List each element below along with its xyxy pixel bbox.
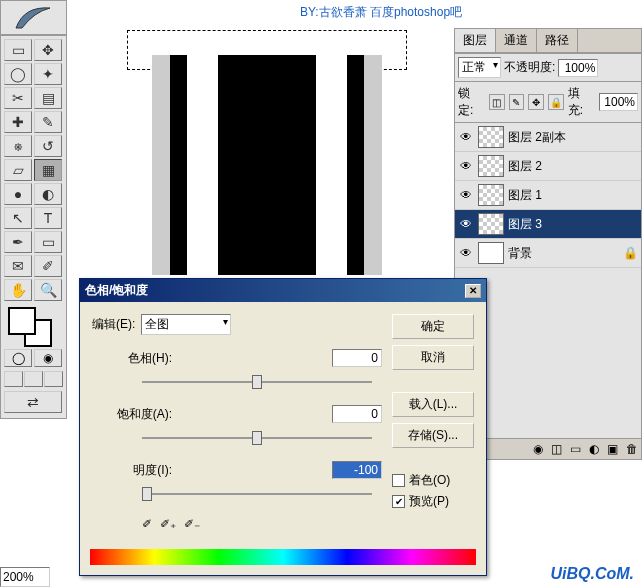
save-button[interactable]: 存储(S)... [392,423,474,448]
sat-label: 饱和度(A): [92,406,172,423]
eye-icon[interactable]: 👁 [458,187,474,203]
layer-thumb [478,126,504,148]
fg-color[interactable] [8,307,36,335]
notes-tool[interactable]: ✉ [4,255,32,277]
toolbox: ▭✥ ◯✦ ✂▤ ✚✎ ⎈↺ ▱▦ ●◐ ↖T ✒▭ ✉✐ ✋🔍 ◯◉ ⇄ [0,35,67,419]
mask-icon[interactable]: ◫ [551,442,562,456]
quickmask-mode[interactable]: ◉ [34,349,62,367]
color-swatch[interactable] [4,305,64,345]
layer-name: 图层 2副本 [508,129,566,146]
tab-layers[interactable]: 图层 [455,29,496,52]
preview-label: 预览(P) [409,493,449,510]
dialog-title: 色相/饱和度 [85,282,148,299]
crop-tool[interactable]: ✂ [4,87,32,109]
zoom-field[interactable]: 200% [0,567,50,587]
hand-tool[interactable]: ✋ [4,279,32,301]
sat-slider[interactable] [142,429,372,447]
move-tool[interactable]: ✥ [34,39,62,61]
eyedropper-add-icon[interactable]: ✐₊ [160,517,176,531]
light-slider[interactable] [142,485,372,503]
hue-label: 色相(H): [92,350,172,367]
lock-all-icon[interactable]: 🔒 [548,94,564,110]
watermark-text: BY:古欲香萧 百度photoshop吧 [300,4,462,21]
tab-paths[interactable]: 路径 [537,29,578,52]
edit-label: 编辑(E): [92,316,135,333]
wand-tool[interactable]: ✦ [34,63,62,85]
gradient-tool[interactable]: ▦ [34,159,62,181]
layer-item[interactable]: 👁图层 3 [455,210,641,239]
layer-name: 图层 1 [508,187,542,204]
screen-mode-1[interactable] [4,371,23,387]
heal-tool[interactable]: ✚ [4,111,32,133]
eye-icon[interactable]: 👁 [458,216,474,232]
eye-icon[interactable]: 👁 [458,245,474,261]
layer-item[interactable]: 👁图层 1 [455,181,641,210]
lasso-tool[interactable]: ◯ [4,63,32,85]
hue-saturation-dialog: 色相/饱和度 ✕ 编辑(E): 全图 色相(H):0 饱和度(A):0 明度(I… [79,278,487,576]
newlayer-icon[interactable]: ▣ [607,442,618,456]
opacity-label: 不透明度: [504,59,555,76]
eraser-tool[interactable]: ▱ [4,159,32,181]
layer-item[interactable]: 👁图层 2副本 [455,123,641,152]
trash-icon[interactable]: 🗑 [626,442,638,456]
layer-thumb [478,155,504,177]
screen-mode-2[interactable] [24,371,43,387]
load-button[interactable]: 载入(L)... [392,392,474,417]
screen-mode-3[interactable] [44,371,63,387]
pen-tool[interactable]: ✒ [4,231,32,253]
lock-pos-icon[interactable]: ✥ [528,94,544,110]
layer-thumb [478,242,504,264]
cancel-button[interactable]: 取消 [392,345,474,370]
eye-icon[interactable]: 👁 [458,129,474,145]
tab-channels[interactable]: 通道 [496,29,537,52]
app-logo [0,0,67,35]
close-button[interactable]: ✕ [465,284,481,298]
layer-item[interactable]: 👁背景🔒 [455,239,641,268]
eyedropper-sub-icon[interactable]: ✐₋ [184,517,200,531]
layer-name: 图层 2 [508,158,542,175]
hue-slider[interactable] [142,373,372,391]
layer-thumb [478,184,504,206]
lock-trans-icon[interactable]: ◫ [489,94,505,110]
preview-checkbox[interactable]: ✔ [392,495,405,508]
type-tool[interactable]: T [34,207,62,229]
blend-mode-select[interactable]: 正常 [458,57,501,78]
colorize-label: 着色(O) [409,472,450,489]
blur-tool[interactable]: ● [4,183,32,205]
lock-pixels-icon[interactable]: ✎ [509,94,525,110]
opacity-field[interactable]: 100% [558,59,598,77]
light-label: 明度(I): [92,462,172,479]
fill-label: 填充: [568,85,595,119]
layer-thumb [478,213,504,235]
jump-to-ir[interactable]: ⇄ [4,391,62,413]
colorize-checkbox[interactable] [392,474,405,487]
folder-icon[interactable]: ▭ [570,442,581,456]
canvas-artwork [152,55,382,275]
eyedropper-icon[interactable]: ✐ [142,517,152,531]
lock-icon: 🔒 [623,246,638,260]
shape-tool[interactable]: ▭ [34,231,62,253]
ok-button[interactable]: 确定 [392,314,474,339]
standard-mode[interactable]: ◯ [4,349,32,367]
path-tool[interactable]: ↖ [4,207,32,229]
eye-icon[interactable]: 👁 [458,158,474,174]
slice-tool[interactable]: ▤ [34,87,62,109]
edit-select[interactable]: 全图 [141,314,231,335]
marquee-tool[interactable]: ▭ [4,39,32,61]
hue-gradient-bar [90,549,476,565]
fill-field[interactable]: 100% [599,93,638,111]
eyedropper-tool[interactable]: ✐ [34,255,62,277]
brush-tool[interactable]: ✎ [34,111,62,133]
history-brush-tool[interactable]: ↺ [34,135,62,157]
fx-icon[interactable]: ◉ [533,442,543,456]
layer-item[interactable]: 👁图层 2 [455,152,641,181]
adjust-icon[interactable]: ◐ [589,442,599,456]
zoom-tool[interactable]: 🔍 [34,279,62,301]
dodge-tool[interactable]: ◐ [34,183,62,205]
sat-input[interactable]: 0 [332,405,382,423]
hue-input[interactable]: 0 [332,349,382,367]
stamp-tool[interactable]: ⎈ [4,135,32,157]
layer-name: 图层 3 [508,216,542,233]
layer-name: 背景 [508,245,532,262]
light-input[interactable]: -100 [332,461,382,479]
